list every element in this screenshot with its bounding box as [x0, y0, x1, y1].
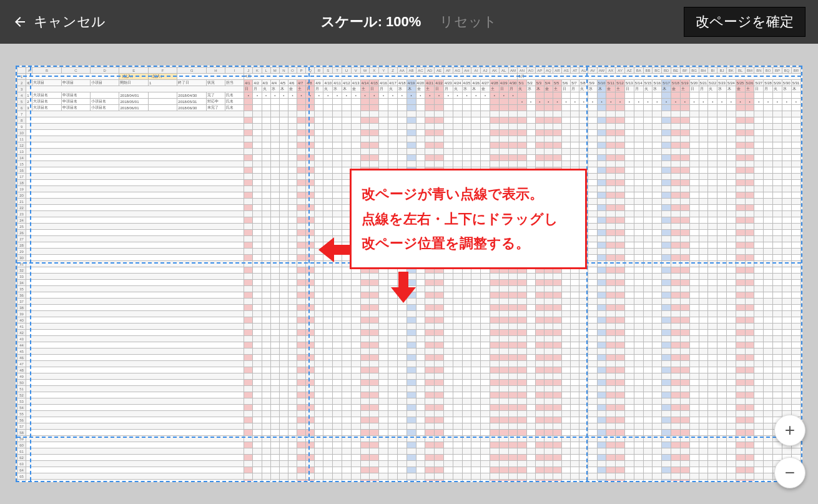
help-callout: 改ページが青い点線で表示。 点線を左右・上下にドラッグし 改ページ位置を調整する… — [350, 169, 587, 269]
cancel-label: キャンセル — [34, 12, 106, 31]
svg-marker-1 — [391, 272, 416, 303]
arrow-down-icon — [391, 272, 416, 305]
zoom-out-button[interactable]: − — [774, 457, 806, 488]
callout-line: 点線を左右・上下にドラッグし — [362, 207, 575, 232]
callout-line: 改ページ位置を調整する。 — [362, 231, 575, 256]
back-arrow-icon — [12, 14, 27, 29]
zoom-controls: + − — [774, 415, 806, 488]
toolbar: キャンセル スケール: 100% リセット 改ページを確定 — [0, 0, 818, 44]
callout-line: 改ページが青い点線で表示。 — [362, 182, 575, 207]
reset-button[interactable]: リセット — [440, 12, 497, 31]
scale-display: スケール: 100% リセット — [321, 12, 498, 31]
zoom-in-button[interactable]: + — [774, 415, 806, 446]
confirm-page-break-button[interactable]: 改ページを確定 — [684, 7, 806, 37]
preview-viewport: ABCDEFGHIJKLMNOPQRSTUVWXYZAAABACADAEAFAG… — [0, 44, 818, 504]
arrow-left-icon — [318, 237, 350, 265]
cancel-button[interactable]: キャンセル — [12, 12, 106, 31]
svg-marker-0 — [318, 237, 350, 262]
